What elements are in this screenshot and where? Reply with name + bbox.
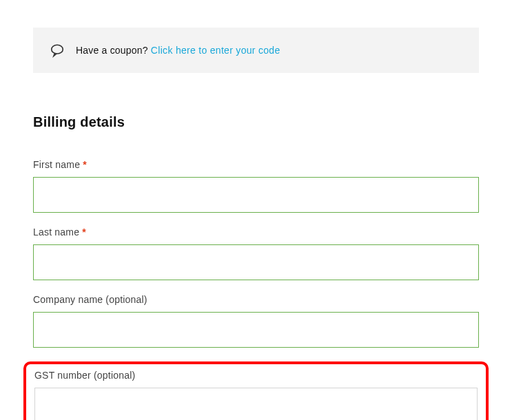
required-asterisk: * (83, 159, 87, 170)
coupon-link[interactable]: Click here to enter your code (151, 45, 280, 56)
svg-point-0 (52, 45, 63, 54)
first-name-input[interactable] (33, 177, 479, 213)
coupon-text: Have a coupon? Click here to enter your … (76, 45, 280, 56)
company-group: Company name (optional) (33, 294, 479, 348)
last-name-label: Last name * (33, 227, 479, 238)
company-label: Company name (optional) (33, 294, 479, 305)
coupon-banner: Have a coupon? Click here to enter your … (33, 28, 479, 73)
gst-highlight-box: GST number (optional) (23, 361, 489, 420)
speech-bubble-icon (50, 43, 65, 58)
last-name-input[interactable] (33, 244, 479, 280)
required-asterisk: * (82, 227, 86, 238)
last-name-label-text: Last name (33, 227, 79, 238)
first-name-label: First name * (33, 159, 479, 170)
checkout-container: Have a coupon? Click here to enter your … (0, 0, 512, 420)
gst-group: GST number (optional) (34, 370, 478, 420)
gst-input[interactable] (34, 388, 478, 420)
first-name-group: First name * (33, 159, 479, 213)
gst-label: GST number (optional) (34, 370, 478, 381)
last-name-group: Last name * (33, 227, 479, 280)
billing-details-title: Billing details (33, 114, 479, 130)
company-input[interactable] (33, 312, 479, 348)
coupon-prompt: Have a coupon? (76, 45, 148, 56)
first-name-label-text: First name (33, 159, 80, 170)
